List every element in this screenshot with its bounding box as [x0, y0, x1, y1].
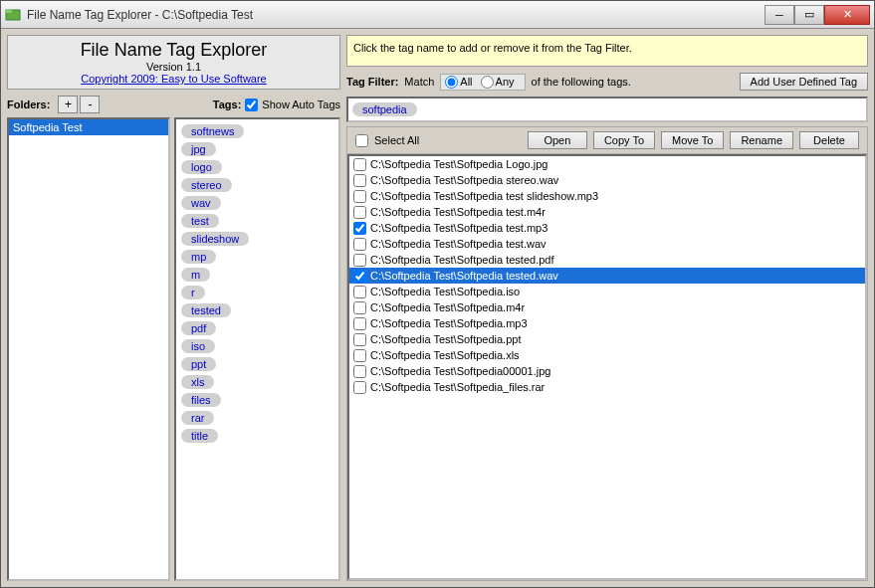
file-row[interactable]: C:\Softpedia Test\Softpedia.m4r: [349, 299, 865, 315]
file-path: C:\Softpedia Test\Softpedia.m4r: [370, 299, 525, 315]
tag-pill[interactable]: ppt: [181, 357, 216, 371]
tag-pill[interactable]: files: [181, 393, 221, 407]
match-all-label: All: [460, 76, 472, 88]
tag-pill[interactable]: mp: [181, 250, 216, 264]
file-path: C:\Softpedia Test\Softpedia test.mp3: [370, 220, 547, 236]
file-path: C:\Softpedia Test\Softpedia tested.wav: [370, 268, 558, 284]
file-row[interactable]: C:\Softpedia Test\Softpedia test slidesh…: [349, 188, 865, 204]
file-path: C:\Softpedia Test\Softpedia00001.jpg: [370, 363, 550, 379]
tag-pill[interactable]: iso: [181, 339, 215, 353]
file-checkbox[interactable]: [353, 254, 366, 267]
file-path: C:\Softpedia Test\Softpedia Logo.jpg: [370, 156, 547, 172]
tag-pill[interactable]: slideshow: [181, 232, 249, 246]
file-checkbox[interactable]: [353, 270, 366, 283]
file-path: C:\Softpedia Test\Softpedia.mp3: [370, 315, 528, 331]
tags-label: Tags:: [213, 98, 242, 110]
tag-pill[interactable]: stereo: [181, 178, 232, 192]
file-row[interactable]: C:\Softpedia Test\Softpedia_files.rar: [349, 379, 865, 395]
delete-button[interactable]: Delete: [799, 131, 859, 149]
file-path: C:\Softpedia Test\Softpedia.ppt: [370, 331, 521, 347]
tag-pill[interactable]: softnews: [181, 124, 244, 138]
file-path: C:\Softpedia Test\Softpedia tested.pdf: [370, 252, 553, 268]
file-checkbox[interactable]: [353, 222, 366, 235]
rename-button[interactable]: Rename: [730, 131, 793, 149]
file-checkbox[interactable]: [353, 206, 366, 219]
file-checkbox[interactable]: [353, 317, 366, 330]
file-path: C:\Softpedia Test\Softpedia test.m4r: [370, 204, 546, 220]
file-checkbox[interactable]: [353, 333, 366, 346]
app-title: File Name Tag Explorer: [12, 40, 335, 61]
copy-to-button[interactable]: Copy To: [593, 131, 655, 149]
active-tag-filter[interactable]: softpedia: [346, 97, 868, 122]
tag-pill[interactable]: r: [181, 286, 205, 299]
tag-pill[interactable]: logo: [181, 160, 222, 174]
file-path: C:\Softpedia Test\Softpedia test.wav: [370, 236, 547, 252]
file-row[interactable]: C:\Softpedia Test\Softpedia tested.wav: [349, 268, 865, 284]
file-row[interactable]: C:\Softpedia Test\Softpedia test.m4r: [349, 204, 865, 220]
file-checkbox[interactable]: [353, 301, 366, 314]
active-tag-pill[interactable]: softpedia: [352, 102, 417, 116]
open-button[interactable]: Open: [528, 131, 587, 149]
add-folder-button[interactable]: +: [58, 96, 78, 113]
file-checkbox[interactable]: [353, 286, 366, 298]
maximize-button[interactable]: ▭: [794, 5, 824, 25]
file-row[interactable]: C:\Softpedia Test\Softpedia.iso: [349, 284, 865, 299]
match-all-radio[interactable]: [445, 76, 458, 89]
file-checkbox[interactable]: [353, 190, 366, 203]
tag-pill[interactable]: test: [181, 214, 219, 228]
file-checkbox[interactable]: [353, 381, 366, 394]
file-list[interactable]: C:\Softpedia Test\Softpedia Logo.jpgC:\S…: [347, 154, 867, 580]
file-row[interactable]: C:\Softpedia Test\Softpedia.xls: [349, 347, 865, 363]
file-checkbox[interactable]: [353, 158, 366, 171]
match-any-radio[interactable]: [481, 76, 494, 89]
window-title: File Name Tag Explorer - C:\Softpedia Te…: [27, 8, 253, 22]
close-button[interactable]: ✕: [824, 5, 870, 25]
app-window: File Name Tag Explorer - C:\Softpedia Te…: [0, 0, 875, 588]
show-auto-tags-checkbox[interactable]: [245, 98, 258, 111]
file-row[interactable]: C:\Softpedia Test\Softpedia.ppt: [349, 331, 865, 347]
tag-pill[interactable]: pdf: [181, 321, 216, 335]
select-all-checkbox[interactable]: [355, 134, 368, 147]
app-header: File Name Tag Explorer Version 1.1 Copyr…: [7, 35, 340, 90]
file-row[interactable]: C:\Softpedia Test\Softpedia tested.pdf: [349, 252, 865, 268]
file-path: C:\Softpedia Test\Softpedia_files.rar: [370, 379, 545, 395]
tag-pill[interactable]: title: [181, 429, 218, 443]
tag-filter-label: Tag Filter:: [346, 76, 398, 88]
show-auto-tags-label: Show Auto Tags: [262, 98, 340, 110]
move-to-button[interactable]: Move To: [661, 131, 724, 149]
minimize-button[interactable]: ─: [765, 5, 794, 25]
file-checkbox[interactable]: [353, 238, 366, 251]
tag-pill[interactable]: m: [181, 268, 210, 282]
match-label: Match: [404, 76, 434, 88]
file-checkbox[interactable]: [353, 174, 366, 187]
select-all-label: Select All: [374, 134, 419, 146]
match-any-label: Any: [496, 76, 515, 88]
add-user-tag-button[interactable]: Add User Defined Tag: [740, 73, 868, 91]
file-path: C:\Softpedia Test\Softpedia.xls: [370, 347, 520, 363]
file-checkbox[interactable]: [353, 349, 366, 362]
tag-pill[interactable]: jpg: [181, 142, 216, 156]
file-row[interactable]: C:\Softpedia Test\Softpedia test.wav: [349, 236, 865, 252]
of-following-label: of the following tags.: [532, 76, 631, 88]
hint-bar: Click the tag name to add or remove it f…: [346, 35, 868, 67]
file-row[interactable]: C:\Softpedia Test\Softpedia test.mp3: [349, 220, 865, 236]
file-path: C:\Softpedia Test\Softpedia test slidesh…: [370, 188, 598, 204]
tag-pill[interactable]: xls: [181, 375, 214, 389]
folder-item[interactable]: Softpedia Test: [9, 119, 168, 135]
tag-pill[interactable]: rar: [181, 411, 214, 425]
file-row[interactable]: C:\Softpedia Test\Softpedia stereo.wav: [349, 172, 865, 188]
tags-list[interactable]: softnewsjpglogostereowavtestslideshowmpm…: [174, 117, 340, 581]
folders-label: Folders:: [7, 98, 50, 110]
app-icon: [5, 7, 21, 23]
file-checkbox[interactable]: [353, 365, 366, 378]
file-row[interactable]: C:\Softpedia Test\Softpedia00001.jpg: [349, 363, 865, 379]
file-path: C:\Softpedia Test\Softpedia stereo.wav: [370, 172, 558, 188]
copyright-link[interactable]: Copyright 2009: Easy to Use Software: [12, 73, 335, 85]
tag-pill[interactable]: tested: [181, 303, 231, 317]
folders-list[interactable]: Softpedia Test: [7, 117, 170, 581]
file-row[interactable]: C:\Softpedia Test\Softpedia Logo.jpg: [349, 156, 865, 172]
file-row[interactable]: C:\Softpedia Test\Softpedia.mp3: [349, 315, 865, 331]
tag-pill[interactable]: wav: [181, 196, 221, 210]
titlebar: File Name Tag Explorer - C:\Softpedia Te…: [1, 1, 874, 29]
remove-folder-button[interactable]: -: [80, 96, 100, 113]
